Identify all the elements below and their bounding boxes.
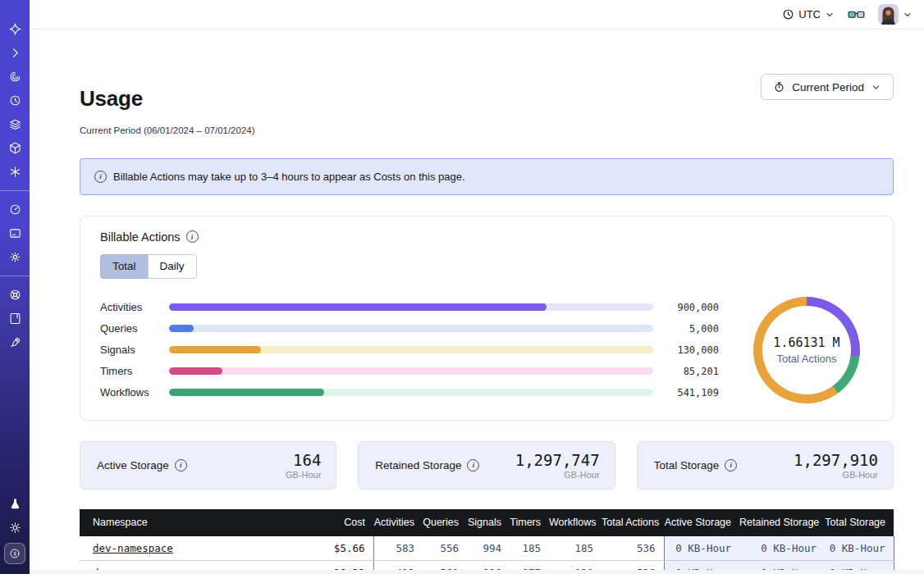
workflows-cell: 185 bbox=[549, 536, 602, 561]
timezone-selector[interactable]: UTC bbox=[782, 8, 835, 20]
active-storage-value: 164 bbox=[286, 451, 321, 469]
settings-gear-icon[interactable] bbox=[7, 250, 22, 265]
col-queries: Queries bbox=[423, 509, 467, 536]
total-storage-card: Total Storagei 1,297,910GB-Hour bbox=[637, 441, 894, 490]
col-cost: Cost bbox=[316, 509, 373, 536]
schedules-clock-icon[interactable] bbox=[7, 93, 22, 108]
table-row: dev-namespace $5.66 583 556 994 185 185 … bbox=[80, 536, 894, 561]
table-header-row: Namespace Cost Activities Queries Signal… bbox=[80, 509, 894, 536]
total-storage-unit: GB-Hour bbox=[794, 470, 878, 480]
docs-book-icon[interactable] bbox=[7, 312, 22, 326]
deployments-cube-icon[interactable] bbox=[7, 141, 22, 156]
svg-text:$: $ bbox=[13, 550, 16, 556]
sidebar-divider bbox=[0, 276, 30, 276]
current-period-label: Current Period bbox=[792, 81, 864, 93]
nexus-asterisk-icon[interactable] bbox=[7, 165, 22, 180]
active-storage-card: Active Storagei 164GB-Hour bbox=[80, 441, 336, 490]
account-menu[interactable] bbox=[878, 4, 913, 25]
3d-glasses-icon[interactable] bbox=[848, 9, 865, 20]
tab-total[interactable]: Total bbox=[100, 254, 149, 279]
info-icon[interactable]: i bbox=[467, 459, 479, 472]
labs-flask-icon[interactable] bbox=[7, 497, 22, 512]
storage-cards: Active Storagei 164GB-Hour Retained Stor… bbox=[80, 441, 894, 490]
page-bottom-strip bbox=[30, 570, 924, 574]
bar-row: Workflows541,109 bbox=[100, 382, 719, 403]
col-signals: Signals bbox=[467, 509, 510, 536]
retained-storage-label: Retained Storage bbox=[375, 459, 461, 472]
col-activities: Activities bbox=[373, 509, 423, 536]
stopwatch-icon bbox=[773, 80, 785, 93]
clock-icon bbox=[782, 8, 794, 20]
page-subtitle: Current Period (06/01/2024 – 07/01/2024) bbox=[80, 125, 255, 135]
usage-gauge-icon[interactable] bbox=[7, 203, 22, 217]
retained-storage-cell: 0 KB-Hour bbox=[739, 536, 825, 561]
col-workflows: Workflows bbox=[549, 509, 602, 536]
getting-started-rocket-icon[interactable] bbox=[7, 335, 22, 350]
theme-sun-icon[interactable] bbox=[7, 521, 22, 535]
layers-icon[interactable] bbox=[7, 117, 22, 132]
retained-storage-card: Retained Storagei 1,297,747GB-Hour bbox=[358, 441, 615, 490]
total-storage-cell: 0 KB-Hour bbox=[825, 536, 894, 561]
retained-storage-value: 1,297,747 bbox=[515, 451, 600, 469]
cost-cell: $5.66 bbox=[316, 536, 373, 561]
namespace-usage-table: Namespace Cost Activities Queries Signal… bbox=[80, 509, 894, 574]
info-icon[interactable]: i bbox=[186, 230, 199, 243]
col-timers: Timers bbox=[510, 509, 549, 536]
active-storage-unit: GB-Hour bbox=[286, 470, 321, 480]
info-banner-text: Billable Actions may take up to 3–4 hour… bbox=[113, 171, 465, 183]
col-active-storage: Active Storage bbox=[664, 509, 739, 536]
signals-cell: 994 bbox=[467, 536, 510, 561]
billing-dollar-icon[interactable]: $ bbox=[4, 543, 25, 564]
chevron-down-icon bbox=[825, 10, 835, 20]
total-actions-cell: 536 bbox=[602, 536, 664, 561]
temporal-logo-icon[interactable] bbox=[7, 22, 22, 37]
bar-row: Activities900,000 bbox=[100, 297, 719, 318]
col-total-actions: Total Actions bbox=[602, 509, 664, 536]
collapse-chevron-icon[interactable] bbox=[7, 46, 22, 61]
namespaces-spiral-icon[interactable] bbox=[7, 70, 22, 84]
sidebar-divider bbox=[0, 190, 30, 191]
usage-table-body: dev-namespace $5.66 583 556 994 185 185 … bbox=[80, 536, 894, 574]
donut-total-label: Total Actions bbox=[777, 353, 837, 365]
donut-total-value: 1.66131 M bbox=[773, 335, 839, 350]
bar-chart: Activities900,000 Queries5,000 Signals13… bbox=[100, 297, 719, 403]
topbar: UTC bbox=[30, 0, 924, 30]
total-storage-label: Total Storage bbox=[654, 459, 720, 472]
bar-row: Signals130,000 bbox=[100, 339, 719, 361]
col-total-storage: Total Storage bbox=[825, 509, 894, 536]
info-banner: i Billable Actions may take up to 3–4 ho… bbox=[80, 158, 894, 195]
page-title: Usage bbox=[80, 86, 255, 111]
billable-actions-title: Billable Actions bbox=[100, 230, 181, 244]
chevron-down-icon bbox=[871, 82, 881, 93]
active-storage-cell: 0 KB-Hour bbox=[664, 536, 739, 561]
info-icon[interactable]: i bbox=[175, 459, 187, 472]
info-icon: i bbox=[94, 171, 107, 183]
total-actions-donut-chart: 1.66131 M Total Actions bbox=[753, 297, 860, 403]
main-content: Usage Current Period (06/01/2024 – 07/01… bbox=[30, 30, 924, 574]
activities-cell: 583 bbox=[373, 536, 423, 561]
col-retained-storage: Retained Storage bbox=[739, 509, 825, 536]
current-period-button[interactable]: Current Period bbox=[761, 74, 894, 100]
namespace-link[interactable]: dev-namespace bbox=[93, 542, 173, 554]
timezone-label: UTC bbox=[798, 8, 821, 20]
billable-actions-card: Billable Actions i Total Daily Activitie… bbox=[80, 216, 894, 421]
bar-row: Queries5,000 bbox=[100, 318, 719, 339]
total-storage-value: 1,297,910 bbox=[794, 451, 878, 469]
support-lifebuoy-icon[interactable] bbox=[7, 288, 22, 303]
info-icon[interactable]: i bbox=[725, 459, 737, 472]
active-storage-label: Active Storage bbox=[97, 459, 169, 472]
total-daily-toggle: Total Daily bbox=[100, 254, 197, 279]
col-namespace: Namespace bbox=[80, 509, 316, 536]
sidebar: $ bbox=[0, 0, 30, 574]
chevron-down-icon bbox=[903, 10, 913, 20]
retained-storage-unit: GB-Hour bbox=[515, 470, 600, 480]
bar-row: Timers85,201 bbox=[100, 361, 719, 382]
tab-daily[interactable]: Daily bbox=[148, 254, 197, 279]
timers-cell: 185 bbox=[510, 536, 549, 561]
browser-window-icon[interactable] bbox=[7, 226, 22, 241]
queries-cell: 556 bbox=[423, 536, 467, 561]
avatar bbox=[878, 4, 899, 25]
